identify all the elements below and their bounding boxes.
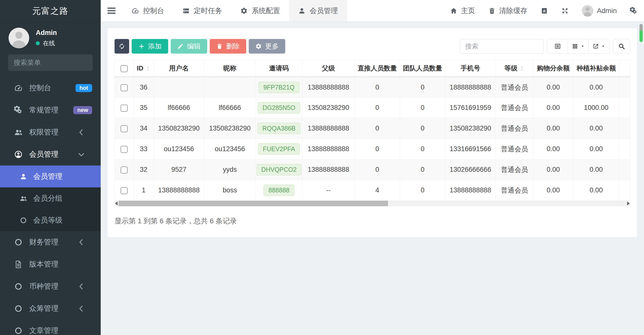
row-checkbox[interactable] bbox=[121, 146, 128, 153]
app-title: 元富之路 bbox=[0, 0, 101, 22]
chevron-left-icon bbox=[77, 128, 86, 137]
gauge-icon bbox=[14, 84, 23, 92]
home-link[interactable]: 主页 bbox=[443, 0, 482, 21]
sidebar: 元富之路 Admin 在线 控制台 hot 常规管理 new 权限管理 bbox=[0, 0, 101, 335]
column-header-level[interactable]: 等级 bbox=[496, 60, 533, 77]
home-icon bbox=[450, 7, 457, 15]
gear-icon bbox=[255, 43, 262, 50]
table-row: 1 13888888888 boss 888888 -- 4 0 1388888… bbox=[115, 180, 630, 201]
search-icon bbox=[618, 43, 625, 50]
refresh-button[interactable] bbox=[115, 39, 129, 54]
tab-dashboard[interactable]: 控制台 bbox=[122, 0, 173, 21]
table-row: 35 lf66666 lf66666 DG285N5O 13508238290 … bbox=[115, 98, 630, 118]
users-icon bbox=[20, 195, 27, 202]
delete-button[interactable]: 删除 bbox=[210, 39, 246, 54]
circle-icon bbox=[14, 326, 23, 335]
gears-icon bbox=[630, 7, 637, 15]
horizontal-scrollbar[interactable] bbox=[115, 201, 630, 206]
submenu-item-member-levels[interactable]: 会员等级 bbox=[0, 209, 101, 231]
sidebar-item-members[interactable]: 会员管理 bbox=[0, 143, 101, 165]
select-all-checkbox[interactable] bbox=[121, 65, 128, 72]
toolbar-right bbox=[460, 39, 630, 54]
table-search-input[interactable] bbox=[460, 39, 544, 54]
user-panel: Admin 在线 bbox=[0, 22, 101, 52]
more-button[interactable]: 更多 bbox=[249, 39, 285, 54]
gauge-icon bbox=[131, 7, 139, 15]
row-checkbox[interactable] bbox=[121, 166, 128, 174]
sort-icon bbox=[519, 66, 525, 71]
sort-icon bbox=[145, 66, 151, 71]
tab-system-config[interactable]: 系统配置 bbox=[231, 0, 289, 21]
sidebar-toggle-button[interactable] bbox=[101, 0, 122, 21]
add-button[interactable]: 添加 bbox=[132, 39, 168, 54]
fullscreen-icon bbox=[561, 7, 569, 15]
sidebar-item-permissions[interactable]: 权限管理 bbox=[0, 121, 101, 143]
invite-code-badge: RQQA386B bbox=[258, 123, 300, 134]
sidebar-search bbox=[8, 54, 93, 71]
clear-cache-button[interactable]: 清除缓存 bbox=[482, 0, 534, 21]
main-content: 添加 编辑 删除 更多 bbox=[101, 22, 644, 335]
circle-icon bbox=[14, 304, 23, 313]
chevron-left-icon bbox=[77, 238, 86, 246]
chevron-left-icon bbox=[77, 304, 86, 313]
sidebar-item-articles[interactable]: 文章管理 bbox=[0, 320, 101, 335]
columns-button[interactable] bbox=[568, 39, 589, 53]
user-menu[interactable]: Admin bbox=[575, 0, 623, 21]
grid-icon bbox=[572, 43, 578, 50]
table-row: 34 13508238290 13508238290 RQQA386B 1388… bbox=[115, 118, 630, 139]
export-button[interactable] bbox=[589, 39, 609, 53]
circle-icon bbox=[14, 238, 23, 246]
table-row: 32 9527 yyds DHVQPCO2 13888888888 0 0 13… bbox=[115, 159, 630, 180]
file-icon bbox=[14, 260, 23, 269]
column-header-id[interactable]: ID bbox=[134, 60, 154, 77]
sidebar-search-input[interactable] bbox=[14, 59, 103, 67]
gear-icon bbox=[240, 7, 248, 15]
table-row: 36 9FP7B21Q 13888888888 0 0 18888888888 … bbox=[115, 77, 630, 98]
hamburger-icon bbox=[108, 6, 116, 15]
row-checkbox[interactable] bbox=[121, 84, 128, 91]
submenu-item-member-groups[interactable]: 会员分组 bbox=[0, 187, 101, 209]
scroll-left-arrow-icon[interactable] bbox=[115, 201, 118, 205]
tab-member-management[interactable]: 会员管理 bbox=[289, 0, 347, 21]
submenu-item-member-management[interactable]: 会员管理 bbox=[0, 165, 101, 187]
scroll-right-arrow-icon[interactable] bbox=[627, 201, 630, 205]
sidebar-item-versions[interactable]: 版本管理 bbox=[0, 253, 101, 275]
user-status-label: 在线 bbox=[43, 39, 55, 47]
row-checkbox[interactable] bbox=[121, 187, 128, 194]
sidebar-item-general[interactable]: 常规管理 new bbox=[0, 99, 101, 121]
invite-code-badge: 9FP7B21Q bbox=[259, 82, 299, 93]
circle-icon bbox=[14, 282, 23, 291]
sidebar-item-finance[interactable]: 财务管理 bbox=[0, 231, 101, 253]
pencil-icon bbox=[177, 43, 184, 50]
sidebar-item-crowdfunding[interactable]: 众筹管理 bbox=[0, 298, 101, 320]
search-submit-button[interactable] bbox=[613, 39, 630, 54]
fullscreen-button[interactable] bbox=[555, 0, 575, 21]
users-icon bbox=[14, 128, 23, 137]
tab-scheduled-tasks[interactable]: 定时任务 bbox=[173, 0, 231, 21]
language-button[interactable] bbox=[534, 0, 555, 21]
sidebar-menu: 控制台 hot 常规管理 new 权限管理 会员管理 会员管理 会员分组 bbox=[0, 77, 101, 335]
invite-code-badge: DG285N5O bbox=[258, 102, 300, 113]
horizontal-scrollbar-thumb[interactable] bbox=[119, 201, 388, 206]
language-icon bbox=[541, 7, 548, 15]
topbar: 控制台 定时任务 系统配置 会员管理 主页 清除缓存 Admin bbox=[101, 0, 644, 22]
column-header-plant-balance: 种植补贴余额 bbox=[573, 60, 619, 77]
user-icon bbox=[20, 173, 27, 180]
column-header-nickname: 昵称 bbox=[204, 60, 256, 77]
trash-icon bbox=[216, 43, 223, 50]
trash-icon bbox=[488, 7, 496, 15]
row-checkbox[interactable] bbox=[121, 105, 128, 112]
user-status: 在线 bbox=[36, 39, 57, 47]
avatar bbox=[9, 28, 29, 48]
table-card: 添加 编辑 删除 更多 bbox=[108, 28, 637, 237]
row-checkbox[interactable] bbox=[121, 125, 128, 132]
invite-code-badge: DHVQPCO2 bbox=[257, 164, 301, 175]
toggle-pagination-button[interactable] bbox=[547, 39, 568, 53]
sidebar-item-currency[interactable]: 币种管理 bbox=[0, 275, 101, 298]
edit-button[interactable]: 编辑 bbox=[171, 39, 207, 54]
sidebar-item-dashboard[interactable]: 控制台 hot bbox=[0, 77, 101, 99]
page-scrollbar-thumb[interactable] bbox=[639, 24, 643, 42]
members-submenu: 会员管理 会员分组 会员等级 bbox=[0, 165, 101, 231]
settings-button[interactable] bbox=[623, 0, 644, 21]
table-header-row: ID 用户名 昵称 邀请码 父级 直推人员数量 团队人员数量 手机号 等级 购物… bbox=[115, 60, 630, 77]
